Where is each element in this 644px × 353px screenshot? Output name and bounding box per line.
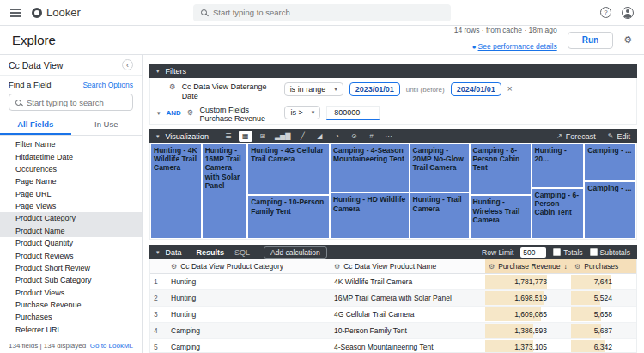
field-item[interactable]: Product Category: [0, 212, 142, 224]
field-item[interactable]: Product Views: [0, 287, 142, 299]
search-options-link[interactable]: Search Options: [82, 81, 133, 89]
line-chart-icon[interactable]: ╱: [295, 131, 309, 142]
purchase-revenue-cell[interactable]: 1,609,085: [485, 307, 571, 323]
tab-in-use[interactable]: In Use: [71, 116, 143, 135]
help-icon[interactable]: ?: [600, 7, 611, 18]
visualization-collapse-icon[interactable]: ▾: [156, 133, 160, 140]
column-gear-icon[interactable]: ⚙: [171, 263, 177, 271]
treemap-cell[interactable]: Camping - ...: [584, 143, 636, 181]
category-cell[interactable]: Camping: [167, 339, 331, 353]
remove-filter-icon[interactable]: ×: [507, 82, 513, 94]
purchases-cell[interactable]: 5,658: [571, 307, 636, 323]
field-item[interactable]: Filter Name: [0, 138, 142, 150]
purchases-cell[interactable]: 5,687: [571, 323, 636, 339]
add-calculation-button[interactable]: Add calculation: [264, 246, 327, 259]
category-cell[interactable]: Camping: [167, 323, 331, 339]
single-value-icon[interactable]: #: [364, 131, 378, 142]
global-search[interactable]: [193, 4, 451, 21]
hamburger-menu-icon[interactable]: [10, 12, 21, 14]
treemap-cell[interactable]: Camping - ...: [584, 181, 636, 239]
forecast-button[interactable]: ↗ Forecast: [556, 132, 596, 141]
treemap-cell[interactable]: Camping - 8-Person Cabin Tent: [470, 143, 532, 195]
purchases-cell[interactable]: 6,342: [571, 339, 636, 353]
run-button[interactable]: Run: [568, 32, 613, 49]
column-gear-icon[interactable]: ⚙: [489, 263, 495, 271]
filters-section-header[interactable]: ▾ Filters: [149, 64, 637, 78]
column-gear-icon[interactable]: ⚙: [334, 263, 340, 271]
table-chart-icon[interactable]: ⊞: [256, 131, 270, 142]
category-cell[interactable]: Hunting: [167, 290, 331, 307]
purchase-revenue-cell[interactable]: 1,373,105: [485, 339, 571, 353]
field-item[interactable]: Referrer URL: [0, 324, 142, 336]
treemap-cell[interactable]: Hunting - 16MP Trail Camera with Solar P…: [202, 143, 248, 239]
go-to-lookml-link[interactable]: Go to LookML: [90, 342, 133, 350]
purchases-cell[interactable]: 5,524: [571, 290, 636, 307]
filter-operator-select[interactable]: is > ▾: [284, 106, 320, 119]
purchase-revenue-cell[interactable]: 1,698,519: [485, 290, 571, 307]
visualization-section-header[interactable]: ▾ Visualization ☰▦⊞▂▅▇╱◢◔⊙#⋯ ↗ Forecast …: [149, 129, 637, 143]
treemap-cell[interactable]: Camping - 20MP No-Glow Trail Camera: [410, 143, 470, 192]
field-item[interactable]: Product Name: [0, 225, 142, 237]
field-item[interactable]: Page URL: [0, 188, 142, 200]
product-name-column-header[interactable]: ⚙ Cc Data View Product Name: [331, 259, 485, 274]
treemap-cell[interactable]: Hunting - Trail Camera: [410, 192, 470, 239]
product-name-cell[interactable]: 10-Person Family Tent: [331, 323, 485, 339]
field-item[interactable]: Product Reviews: [0, 249, 142, 261]
pie-chart-icon[interactable]: ◔: [330, 131, 343, 142]
field-item[interactable]: Page Name: [0, 175, 142, 187]
treemap-cell[interactable]: Hunting - 20...: [532, 143, 585, 188]
explore-settings-gear-icon[interactable]: ⚙: [623, 34, 632, 46]
product-category-column-header[interactable]: ⚙ Cc Data View Product Category: [167, 259, 331, 274]
edit-button[interactable]: ✎ Edit: [608, 132, 630, 141]
field-item[interactable]: Occurences: [0, 163, 142, 175]
filter-value-input[interactable]: 800000: [326, 106, 380, 120]
field-item[interactable]: Product Quantity: [0, 237, 142, 249]
tab-all-fields[interactable]: All Fields: [0, 116, 71, 135]
performance-details-link[interactable]: See performance details: [478, 42, 557, 51]
column-gear-icon[interactable]: ⚙: [574, 263, 580, 271]
tab-results[interactable]: Results: [197, 248, 225, 257]
map-chart-icon[interactable]: ⊙: [347, 131, 361, 142]
filter-end-date-input[interactable]: 2024/01/01: [451, 82, 501, 96]
field-item[interactable]: Purchase Revenue: [0, 299, 142, 311]
purchase-revenue-cell[interactable]: 1,386,593: [485, 323, 571, 339]
account-icon[interactable]: [622, 7, 634, 19]
category-cell[interactable]: Hunting: [167, 307, 331, 323]
row-limit-input[interactable]: [520, 247, 546, 258]
collapse-sidebar-icon[interactable]: ‹: [122, 59, 133, 70]
filter-operator-select[interactable]: is in range ▾: [284, 82, 343, 96]
area-chart-icon[interactable]: ◢: [313, 131, 326, 142]
treemap-cell[interactable]: Camping - 10-Person Family Tent: [247, 195, 330, 239]
subtotals-checkbox[interactable]: [590, 248, 598, 256]
more-options-icon[interactable]: ⋯: [381, 131, 395, 142]
field-search-input[interactable]: [27, 98, 126, 107]
filter-gear-icon[interactable]: ⚙: [169, 82, 176, 93]
purchases-cell[interactable]: 7,641: [571, 274, 636, 290]
purchases-column-header[interactable]: ⚙ Purchases: [571, 259, 636, 274]
treemap-cell[interactable]: Camping - 6-Person Cabin Tent: [532, 188, 585, 239]
chevron-down-icon[interactable]: ▾: [157, 106, 161, 117]
tab-sql[interactable]: SQL: [234, 248, 250, 257]
product-name-cell[interactable]: 4G Cellular Trail Camera: [331, 307, 485, 323]
treemap-cell[interactable]: Camping - 4-Season Mountaineering Tent: [330, 143, 410, 192]
field-item[interactable]: Purchases: [0, 311, 142, 323]
bar-chart-icon[interactable]: ▂▅▇: [273, 131, 292, 142]
field-item[interactable]: Hitdatetime Date: [0, 150, 142, 162]
treemap-chart-icon[interactable]: ▦: [239, 131, 252, 142]
menu-icon[interactable]: ☰: [222, 131, 235, 142]
data-section-header[interactable]: ▾ Data Results SQL Add calculation Row L…: [149, 245, 637, 259]
filter-start-date-input[interactable]: 2023/01/01: [349, 82, 400, 96]
field-item[interactable]: Product Short Review: [0, 262, 142, 274]
filters-collapse-icon[interactable]: ▾: [156, 68, 160, 75]
category-cell[interactable]: Hunting: [167, 274, 331, 290]
treemap-cell[interactable]: Hunting - HD Wildlife Camera: [330, 192, 410, 239]
product-name-cell[interactable]: 16MP Trail Camera with Solar Panel: [331, 290, 485, 307]
treemap-cell[interactable]: Hunting - 4K Wildlife Trail Camera: [150, 143, 202, 239]
field-search-box[interactable]: [9, 94, 133, 111]
treemap-cell[interactable]: Hunting - Wireless Trail Camera: [470, 195, 532, 239]
purchase-revenue-column-header[interactable]: ⚙ Purchase Revenue ↓: [485, 259, 571, 274]
totals-checkbox[interactable]: [553, 248, 561, 256]
product-name-cell[interactable]: 4-Season Mountaineering Tent: [331, 339, 485, 353]
global-search-input[interactable]: [213, 8, 443, 17]
purchase-revenue-cell[interactable]: 1,781,773: [485, 274, 571, 290]
